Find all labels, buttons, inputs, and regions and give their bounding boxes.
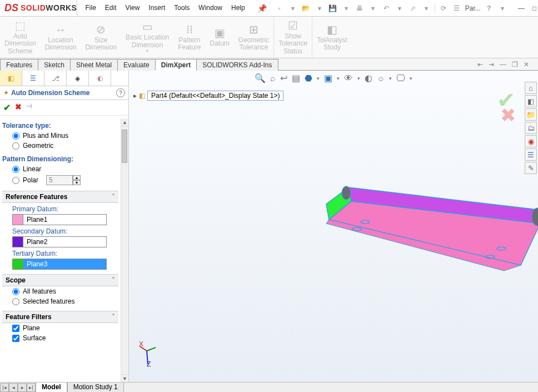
apply-scene-icon[interactable]: ☼ [377, 73, 385, 83]
scroll-up-icon[interactable]: ▲ [121, 118, 128, 126]
close-doc-icon[interactable]: ✕ [524, 61, 529, 68]
secondary-datum-field[interactable]: Plane2 [12, 236, 118, 247]
dimxpert-manager-tab[interactable]: ◈ [67, 71, 89, 86]
hide-show-icon[interactable]: 👁 [344, 73, 353, 83]
help-icon[interactable]: ? [484, 3, 494, 13]
feature-tree-flyout[interactable]: ▸ ◧ Part4 (Default<<Default>_Display Sta… [133, 91, 283, 101]
cancel-button[interactable]: ✖ [15, 102, 22, 113]
save-icon[interactable]: 💾 [328, 3, 338, 13]
menu-file[interactable]: File [85, 4, 96, 13]
pushpin-icon[interactable]: ⊣ [26, 102, 32, 113]
part-breadcrumb[interactable]: Part4 (Default<<Default>_Display State 1… [147, 91, 283, 101]
view-orient-icon[interactable]: ⬣ [305, 73, 312, 83]
polar-count-spinner[interactable]: ▲▼ [46, 175, 81, 185]
radio-linear[interactable]: Linear [2, 164, 118, 174]
dropdown-icon[interactable]: ▾ [315, 3, 325, 13]
reference-features-group[interactable]: Reference Features ˄ [2, 191, 118, 203]
scope-group[interactable]: Scope ˄ [2, 274, 118, 286]
menu-window[interactable]: Window [198, 4, 222, 13]
view-palette-icon[interactable]: ◉ [525, 135, 537, 147]
nav-prev-icon[interactable]: ◂ [9, 383, 18, 392]
menu-insert[interactable]: Insert [148, 4, 165, 13]
bottom-tab-model[interactable]: Model [36, 383, 67, 393]
ribbon-size-dim[interactable]: ⊘SizeDimension [81, 17, 121, 58]
undo-icon[interactable]: ↶ [381, 3, 391, 13]
zoom-area-icon[interactable]: ⌕ [270, 73, 276, 83]
menu-edit[interactable]: Edit [105, 4, 117, 13]
graphics-viewport[interactable]: 🔍 ⌕ ↩ ▤ ⬣▾ ▣▾ 👁▾ ◐ ☼▾ 🖵▾ ▸ ◧ Part4 (Defa… [129, 71, 538, 382]
previous-view-icon[interactable]: ↩ [280, 73, 287, 83]
feature-manager-tab[interactable]: ◧ [0, 71, 22, 86]
zoom-fit-icon[interactable]: 🔍 [255, 73, 266, 83]
pin-icon[interactable]: 📌 [257, 4, 267, 13]
minimize-doc-icon[interactable]: — [500, 61, 506, 68]
collapse-right-icon[interactable]: ⇥ [489, 61, 494, 68]
config-manager-tab[interactable]: ⎇ [44, 71, 67, 86]
tab-addins[interactable]: SOLIDWORKS Add-Ins [196, 59, 278, 71]
ribbon-auto-dim-scheme[interactable]: ⬚AutoDimensionScheme [0, 17, 41, 58]
dropdown-icon[interactable]: ▾ [389, 76, 392, 81]
ribbon-tolanalyst[interactable]: ◧TolAnalystStudy [312, 17, 352, 58]
maximize-button[interactable]: □ [529, 2, 538, 14]
dropdown-icon[interactable]: ▾ [317, 76, 320, 81]
file-explorer-icon[interactable]: 🗂 [525, 122, 537, 134]
radio-polar[interactable]: Polar ▲▼ [2, 174, 118, 186]
edit-appearance-icon[interactable]: ◐ [365, 73, 372, 83]
radio-selected-features[interactable]: Selected features [2, 296, 118, 306]
menu-tools[interactable]: Tools [174, 4, 190, 13]
view-settings-icon[interactable]: 🖵 [396, 73, 405, 83]
display-style-icon[interactable]: ▣ [324, 73, 332, 83]
check-surface[interactable]: Surface [2, 333, 118, 343]
appearances-tab-icon[interactable]: ☰ [525, 148, 537, 161]
collapse-left-icon[interactable]: ⇤ [477, 61, 483, 68]
dropdown-icon[interactable]: ▾ [341, 3, 351, 13]
restore-doc-icon[interactable]: ❐ [512, 61, 518, 68]
print-icon[interactable]: 🖶 [355, 3, 365, 13]
radio-all-features[interactable]: All features [2, 286, 118, 296]
radio-geometric[interactable]: Geometric [2, 141, 118, 151]
help-icon[interactable]: ? [116, 88, 125, 97]
tab-sheet-metal[interactable]: Sheet Metal [70, 59, 118, 71]
design-library-icon[interactable]: 📁 [525, 108, 537, 121]
dropdown-icon[interactable]: ▾ [288, 3, 298, 13]
tertiary-datum-field[interactable]: Plane3 [12, 259, 118, 270]
confirm-cancel-icon[interactable]: ✖ [500, 104, 516, 126]
new-doc-icon[interactable]: ▫ [275, 3, 285, 13]
radio-plus-minus[interactable]: Plus and Minus [2, 131, 118, 141]
select-icon[interactable]: ⬀ [408, 3, 418, 13]
open-icon[interactable]: 📂 [301, 3, 311, 13]
tab-features[interactable]: Features [0, 59, 38, 71]
feature-filters-group[interactable]: Feature Filters ˄ [2, 311, 118, 323]
model-3d-view[interactable] [315, 171, 538, 293]
ribbon-show-tol[interactable]: ☑ShowToleranceStatus [273, 17, 312, 58]
polar-count-input[interactable] [46, 175, 73, 185]
ribbon-geo-tol[interactable]: ⊞GeometricTolerance [234, 17, 273, 58]
dropdown-icon[interactable]: ▾ [497, 3, 507, 13]
bottom-tab-motion-study[interactable]: Motion Study 1 [67, 383, 124, 393]
property-manager-tab[interactable]: ☰ [22, 71, 44, 86]
tab-dimxpert[interactable]: DimXpert [155, 59, 197, 71]
home-tab-icon[interactable]: ⌂ [525, 82, 537, 94]
tab-sketch[interactable]: Sketch [38, 59, 71, 71]
ok-button[interactable]: ✔ [3, 102, 11, 113]
scroll-thumb[interactable] [122, 130, 127, 163]
spin-down-icon[interactable]: ▼ [73, 180, 81, 185]
tertiary-datum-value[interactable]: Plane3 [23, 259, 107, 270]
spin-up-icon[interactable]: ▲ [73, 175, 81, 180]
nav-first-icon[interactable]: |◂ [0, 383, 9, 392]
menu-view[interactable]: View [126, 4, 140, 13]
dropdown-icon[interactable]: ▾ [337, 76, 340, 81]
dropdown-icon[interactable]: ▾ [421, 3, 431, 13]
nav-next-icon[interactable]: ▸ [18, 383, 27, 392]
secondary-datum-value[interactable]: Plane2 [23, 236, 107, 247]
minimize-button[interactable]: — [515, 2, 527, 14]
display-manager-tab[interactable]: ◐ [89, 71, 111, 86]
dropdown-icon[interactable]: ▾ [410, 76, 412, 81]
ribbon-location-dim[interactable]: ↔LocationDimension [41, 17, 81, 58]
primary-datum-value[interactable]: Plane1 [23, 214, 107, 225]
dropdown-icon[interactable]: ▾ [368, 3, 378, 13]
ribbon-datum[interactable]: ▣Datum [206, 17, 234, 58]
orientation-triad[interactable]: X Z [140, 344, 162, 366]
dropdown-icon[interactable]: ▾ [395, 3, 405, 13]
tab-evaluate[interactable]: Evaluate [117, 59, 156, 71]
